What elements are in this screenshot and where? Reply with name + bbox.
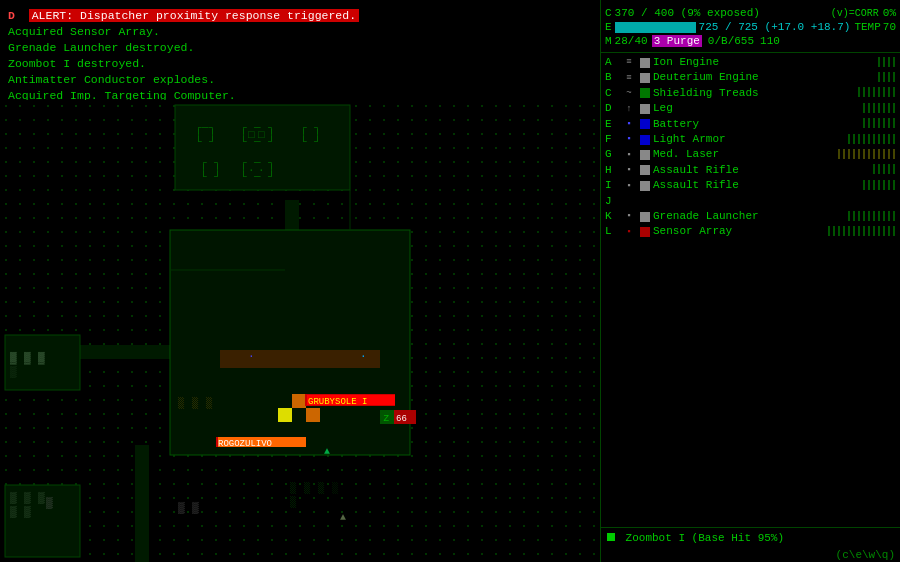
inv-key-D: D <box>605 101 617 116</box>
inv-name-G: Med. Laser <box>653 147 836 162</box>
energy-fill <box>615 22 696 33</box>
energy-values: 725 / 725 (+17.0 +18.7) <box>699 21 851 33</box>
inv-row-I[interactable]: I ▪ Assault Rifle ||||||| <box>601 178 900 193</box>
matter-slots: 0/B/655 <box>708 35 754 47</box>
inv-icon-H: ▪ <box>621 165 637 176</box>
inv-icon-E: ▪ <box>621 119 637 130</box>
inv-color-L <box>640 227 650 237</box>
alert-line: D ALERT: Dispatcher proximity response t… <box>8 8 588 24</box>
log-line-2: Grenade Launcher destroyed. <box>8 40 588 56</box>
inv-color-G <box>640 150 650 160</box>
main-container: D ALERT: Dispatcher proximity response t… <box>0 0 900 562</box>
inv-icon-G: ▪ <box>621 150 637 161</box>
inv-icon-C: ~ <box>621 88 637 99</box>
inv-bars-L: |||||||||||||| <box>826 225 896 239</box>
inv-row-F[interactable]: F ▪ Light Armor |||||||||| <box>601 132 900 147</box>
bottom-panel: Zoombot I (Base Hit 95%) (c\e\w\q) <box>601 527 900 562</box>
inv-icon-K: ▪ <box>621 211 637 222</box>
inv-row-E[interactable]: E ▪ Battery ||||||| <box>601 117 900 132</box>
inv-color-I <box>640 181 650 191</box>
inv-key-A: A <box>605 55 617 70</box>
inv-icon-D: ↑ <box>621 103 637 114</box>
energy-bar <box>615 22 696 33</box>
inv-icon-L: ▪ <box>621 226 637 237</box>
inv-name-L: Sensor Array <box>653 224 826 239</box>
target-line: Zoombot I (Base Hit 95%) <box>601 528 900 548</box>
inv-name-H: Assault Rifle <box>653 163 871 178</box>
corr-label: (v)=CORR <box>831 8 879 19</box>
inv-name-C: Shielding Treads <box>653 86 856 101</box>
inv-row-A[interactable]: A ≡ Ion Engine |||| <box>601 55 900 70</box>
target-text: Zoombot I (Base Hit 95%) <box>626 532 784 544</box>
inv-color-K <box>640 212 650 222</box>
inv-key-I: I <box>605 178 617 193</box>
inv-row-B[interactable]: B ≡ Deuterium Engine |||| <box>601 70 900 85</box>
inv-icon-B: ≡ <box>621 73 637 84</box>
inv-row-K[interactable]: K ▪ Grenade Launcher |||||||||| <box>601 209 900 224</box>
integrity-values: 370 / 400 (9% exposed) <box>615 7 760 19</box>
inv-row-D[interactable]: D ↑ Leg ||||||| <box>601 101 900 116</box>
inventory-list: A ≡ Ion Engine |||| B ≡ Deuterium Engine… <box>601 55 900 240</box>
purge-button[interactable]: 3 Purge <box>652 35 702 47</box>
inv-bars-G: |||||||||||| <box>836 148 896 162</box>
alert-d-prefix: D <box>8 9 15 22</box>
top-stats: C 370 / 400 (9% exposed) (v)=CORR 0% E 7… <box>601 4 900 50</box>
inv-row-J: J <box>601 194 900 209</box>
inv-key-C: C <box>605 86 617 101</box>
temp-label: TEMP <box>854 21 880 33</box>
map-viewport <box>0 100 600 562</box>
matter-label: M <box>605 35 612 47</box>
integrity-row: C 370 / 400 (9% exposed) <box>605 7 760 19</box>
shortcut-line: (c\e\w\q) <box>601 548 900 562</box>
inv-name-A: Ion Engine <box>653 55 876 70</box>
inv-color-A <box>640 58 650 68</box>
inv-row-C[interactable]: C ~ Shielding Treads |||||||| <box>601 86 900 101</box>
inv-bars-A: |||| <box>876 56 896 70</box>
inv-name-E: Battery <box>653 117 861 132</box>
inv-name-K: Grenade Launcher <box>653 209 846 224</box>
inv-bars-I: ||||||| <box>861 179 896 193</box>
corr-value: 0% <box>883 7 896 19</box>
inv-color-D <box>640 104 650 114</box>
inv-bars-C: |||||||| <box>856 86 896 100</box>
inv-name-B: Deuterium Engine <box>653 70 876 85</box>
inv-key-B: B <box>605 70 617 85</box>
inv-bars-F: |||||||||| <box>846 133 896 147</box>
inv-key-H: H <box>605 163 617 178</box>
inv-key-L: L <box>605 224 617 239</box>
inv-row-L[interactable]: L ▪ Sensor Array |||||||||||||| <box>601 224 900 239</box>
corr-row: (v)=CORR 0% <box>831 7 896 19</box>
inv-color-F <box>640 135 650 145</box>
inv-key-F: F <box>605 132 617 147</box>
inv-icon-F: ▪ <box>621 134 637 145</box>
inv-bars-H: ||||| <box>871 163 896 177</box>
game-canvas <box>0 100 600 562</box>
inv-key-G: G <box>605 147 617 162</box>
inv-bars-B: |||| <box>876 71 896 85</box>
inv-color-C <box>640 88 650 98</box>
integrity-label: C <box>605 7 612 19</box>
log-line-3: Zoombot I destroyed. <box>8 56 588 72</box>
inv-bars-E: ||||||| <box>861 117 896 131</box>
energy-row: E 725 / 725 (+17.0 +18.7) TEMP 70 <box>605 20 896 34</box>
inv-row-H[interactable]: H ▪ Assault Rifle ||||| <box>601 163 900 178</box>
inv-key-J: J <box>605 194 617 209</box>
target-dot <box>607 533 615 541</box>
inv-name-D: Leg <box>653 101 861 116</box>
matter-row: M 28/40 3 Purge 0/B/655 110 <box>605 34 896 48</box>
inv-icon-A: ≡ <box>621 57 637 68</box>
inv-icon-I: ▪ <box>621 180 637 191</box>
inv-color-E <box>640 119 650 129</box>
temp-value: 70 <box>883 21 896 33</box>
separator-1 <box>601 52 900 53</box>
alert-message: ALERT: Dispatcher proximity response tri… <box>29 9 359 22</box>
energy-label: E <box>605 21 612 33</box>
inv-key-K: K <box>605 209 617 224</box>
inv-color-H <box>640 165 650 175</box>
log-line-1: Acquired Sensor Array. <box>8 24 588 40</box>
inv-name-I: Assault Rifle <box>653 178 861 193</box>
log-line-4: Antimatter Conductor explodes. <box>8 72 588 88</box>
inv-row-G[interactable]: G ▪ Med. Laser |||||||||||| <box>601 147 900 162</box>
inv-color-B <box>640 73 650 83</box>
inv-name-F: Light Armor <box>653 132 846 147</box>
